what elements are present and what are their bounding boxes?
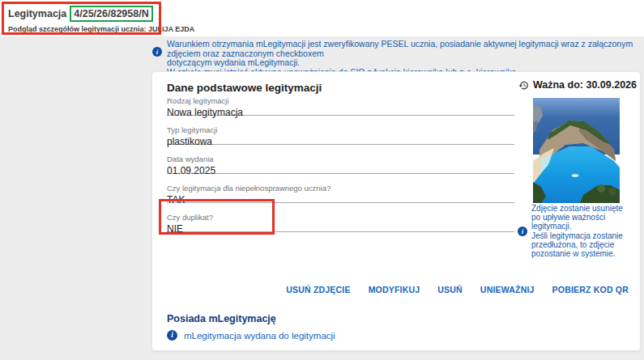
legitymacja-id-number: 4/25/26/82958/N (70, 6, 152, 22)
info-banner-line: dotyczącym wydania mLegitymacji. (167, 58, 642, 68)
field-value: plastikowa (167, 136, 514, 148)
legitymacja-photo (533, 98, 620, 203)
valid-until-text: Ważna do: 30.09.2026 (533, 79, 637, 91)
fields-list: Rodzaj legitymacji Nowa legitymacja Typ … (167, 90, 514, 235)
field-label: Data wydania (167, 155, 514, 163)
legitymacja-details-card: Dane podstawowe legitymacji Ważna do: 30… (151, 71, 641, 351)
field-label: Typ legitymacji (167, 125, 514, 134)
photo-note-text: Zdjęcie zostanie usunięte po upływie waż… (531, 204, 641, 258)
photo-note: i Zdjęcie zostanie usunięte po upływie w… (518, 204, 641, 258)
history-clock-icon (518, 80, 529, 91)
delete-button[interactable]: USUŃ (437, 285, 463, 294)
field-niepelnosprawny-uczen: Czy legitymacja dla niepełnosprawnego uc… (167, 177, 514, 203)
mlegitymacja-heading: Posiada mLegitymację (167, 313, 276, 324)
delete-photo-button[interactable]: USUŃ ZDJĘCIE (286, 285, 350, 294)
page-subtitle: Podgląd szczegółów legitymacji ucznia: J… (8, 25, 194, 33)
page-title: Legitymacja (8, 8, 66, 19)
field-czy-duplikat: Czy duplikat? NIE (167, 206, 514, 232)
field-label: Czy duplikat? (167, 213, 514, 222)
page-header: Legitymacja 4/25/26/82958/N Podgląd szcz… (8, 6, 194, 33)
field-label: Czy legitymacja dla niepełnosprawnego uc… (167, 184, 514, 193)
valid-until: Ważna do: 30.09.2026 (518, 79, 637, 91)
modify-button[interactable]: MODYFIKUJ (369, 285, 420, 294)
mlegitymacja-status: mLegitymacja wydana do legitymacji (184, 331, 335, 341)
field-value: NIE (167, 223, 514, 235)
field-value: 01.09.2025 (167, 165, 514, 177)
field-typ-legitymacji: Typ legitymacji plastikowa (167, 119, 514, 145)
invalidate-button[interactable]: UNIEWAŻNIJ (480, 285, 535, 294)
field-rodzaj-legitymacji: Rodzaj legitymacji Nowa legitymacja (167, 90, 514, 116)
download-qr-button[interactable]: POBIERZ KOD QR (552, 285, 629, 294)
mlegitymacja-status-row: i mLegitymacja wydana do legitymacji (167, 330, 335, 341)
info-banner-line: Warunkiem otrzymania mLegitymacji jest z… (167, 40, 642, 58)
info-icon: i (152, 47, 162, 57)
info-icon: i (167, 330, 177, 341)
info-icon: i (518, 227, 527, 236)
field-data-wydania: Data wydania 01.09.2025 (167, 148, 514, 174)
field-label: Rodzaj legitymacji (167, 96, 514, 105)
field-value: TAK (167, 194, 514, 206)
top-header-bar: Legitymacja 4/25/26/82958/N Podgląd szcz… (0, 0, 644, 36)
card-actions: USUŃ ZDJĘCIE MODYFIKUJ USUŃ UNIEWAŻNIJ P… (286, 285, 629, 294)
field-value: Nowa legitymacja (167, 107, 514, 119)
